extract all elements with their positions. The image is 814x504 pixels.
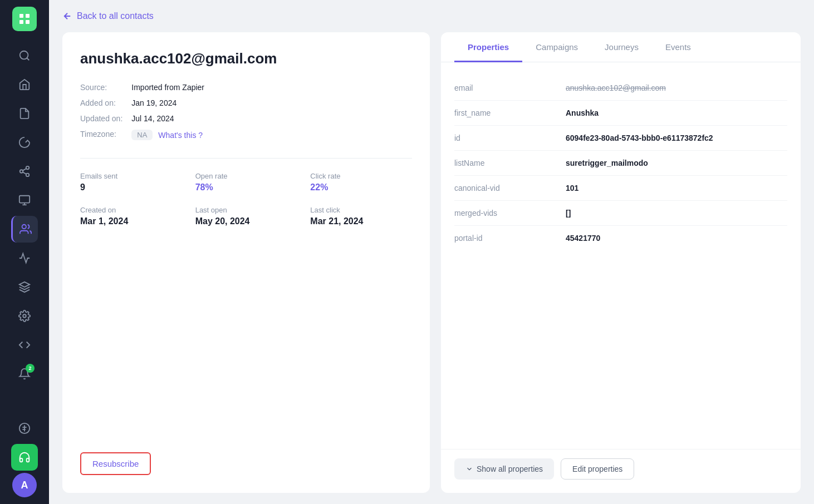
stat-last-click: Last click Mar 21, 2024 xyxy=(310,206,412,226)
back-to-contacts-link[interactable]: Back to all contacts xyxy=(62,11,801,21)
property-value-portal-id: 45421770 xyxy=(566,234,787,243)
edit-properties-button[interactable]: Edit properties xyxy=(561,458,634,480)
main-content: Back to all contacts anushka.acc102@gmai… xyxy=(49,0,814,504)
sidebar-item-share[interactable] xyxy=(11,158,38,185)
show-all-properties-button[interactable]: Show all properties xyxy=(454,458,554,480)
stats-grid: Emails sent 9 Open rate 78% Click rate 2… xyxy=(80,172,412,226)
sidebar-item-billing[interactable] xyxy=(11,415,38,442)
svg-point-14 xyxy=(23,314,26,318)
property-row-portal-id: portal-id 45421770 xyxy=(454,226,787,250)
updated-on-value: Jul 14, 2024 xyxy=(131,114,412,123)
contact-email: anushka.acc102@gmail.com xyxy=(80,50,412,67)
added-on-label: Added on: xyxy=(80,98,122,107)
section-divider xyxy=(80,158,412,159)
updated-on-label: Updated on: xyxy=(80,114,122,123)
property-value-email: anushka.acc102@gmail.com xyxy=(566,83,787,92)
stat-created-on-value: Mar 1, 2024 xyxy=(80,216,182,226)
property-row-merged-vids: merged-vids [] xyxy=(454,201,787,226)
properties-panel: Properties Campaigns Journeys Events ema… xyxy=(441,32,801,493)
svg-rect-2 xyxy=(19,20,23,24)
sidebar-item-monitor[interactable] xyxy=(11,187,38,214)
property-key-first-name: first_name xyxy=(454,108,566,117)
property-key-email: email xyxy=(454,83,566,92)
property-key-portal-id: portal-id xyxy=(454,234,566,243)
property-value-merged-vids: [] xyxy=(566,209,787,218)
sidebar-item-home[interactable] xyxy=(11,71,38,98)
stat-last-open-label: Last open xyxy=(195,206,297,214)
sidebar: 2 A xyxy=(0,0,49,504)
stat-created-on-label: Created on xyxy=(80,206,182,214)
tab-journeys[interactable]: Journeys xyxy=(591,32,652,62)
resubscribe-button[interactable]: Resubscribe xyxy=(80,452,151,475)
whats-this-link[interactable]: What's this ? xyxy=(158,131,203,140)
sidebar-item-settings[interactable] xyxy=(11,303,38,329)
property-value-id: 6094fe23-80ad-5743-bbb0-e61173872fc2 xyxy=(566,134,787,142)
stat-click-rate-value: 22% xyxy=(310,182,412,192)
svg-rect-0 xyxy=(19,14,23,18)
sidebar-item-contacts[interactable] xyxy=(11,216,38,243)
tab-properties[interactable]: Properties xyxy=(454,32,522,62)
stat-open-rate-value: 78% xyxy=(195,182,297,192)
property-row-canonical-vid: canonical-vid 101 xyxy=(454,176,787,201)
notification-badge: 2 xyxy=(26,364,35,373)
property-key-id: id xyxy=(454,134,566,142)
property-value-list-name: suretrigger_mailmodo xyxy=(566,159,787,167)
property-row-first-name: first_name Anushka xyxy=(454,101,787,126)
stat-last-open-value: May 20, 2024 xyxy=(195,216,297,226)
stat-open-rate-label: Open rate xyxy=(195,172,297,180)
property-row-list-name: listName suretrigger_mailmodo xyxy=(454,151,787,176)
stat-last-click-label: Last click xyxy=(310,206,412,214)
property-key-merged-vids: merged-vids xyxy=(454,209,566,218)
sidebar-item-campaigns[interactable] xyxy=(11,129,38,156)
show-all-label: Show all properties xyxy=(477,465,543,473)
stat-open-rate: Open rate 78% xyxy=(195,172,297,192)
tab-events[interactable]: Events xyxy=(652,32,704,62)
svg-point-5 xyxy=(26,166,30,170)
sidebar-item-documents[interactable] xyxy=(11,100,38,127)
timezone-container: NA What's this ? xyxy=(131,130,412,140)
stat-click-rate: Click rate 22% xyxy=(310,172,412,192)
timezone-na-badge: NA xyxy=(131,130,153,140)
contact-detail-card: anushka.acc102@gmail.com Source: Importe… xyxy=(62,32,430,493)
back-link-text: Back to all contacts xyxy=(77,11,154,21)
sidebar-item-automations[interactable] xyxy=(11,274,38,300)
svg-point-7 xyxy=(26,174,30,177)
user-avatar[interactable]: A xyxy=(12,473,37,497)
back-arrow-icon xyxy=(62,11,72,21)
property-value-canonical-vid: 101 xyxy=(566,184,787,192)
sidebar-item-support[interactable] xyxy=(11,444,38,471)
stat-emails-sent-value: 9 xyxy=(80,182,182,192)
svg-rect-1 xyxy=(26,14,30,18)
property-row-email: email anushka.acc102@gmail.com xyxy=(454,76,787,101)
properties-actions: Show all properties Edit properties xyxy=(441,449,801,493)
chevron-down-icon xyxy=(465,465,473,473)
source-value: Imported from Zapier xyxy=(131,83,412,92)
svg-line-9 xyxy=(23,169,26,171)
stat-created-on: Created on Mar 1, 2024 xyxy=(80,206,182,226)
source-label: Source: xyxy=(80,83,122,92)
timezone-label: Timezone: xyxy=(80,130,122,140)
svg-point-13 xyxy=(22,225,26,229)
property-key-list-name: listName xyxy=(454,159,566,167)
svg-point-4 xyxy=(20,51,28,60)
svg-point-6 xyxy=(20,170,23,173)
stat-emails-sent-label: Emails sent xyxy=(80,172,182,180)
property-value-first-name: Anushka xyxy=(566,108,787,117)
tabs-row: Properties Campaigns Journeys Events xyxy=(441,32,801,62)
stat-emails-sent: Emails sent 9 xyxy=(80,172,182,192)
property-key-canonical-vid: canonical-vid xyxy=(454,184,566,192)
svg-line-8 xyxy=(23,172,26,174)
added-on-value: Jan 19, 2024 xyxy=(131,98,412,107)
sidebar-item-search[interactable] xyxy=(11,42,38,69)
svg-rect-10 xyxy=(19,196,30,203)
properties-list: email anushka.acc102@gmail.com first_nam… xyxy=(441,62,801,449)
app-logo[interactable] xyxy=(12,7,37,31)
contact-info-grid: Source: Imported from Zapier Added on: J… xyxy=(80,83,412,140)
tab-campaigns[interactable]: Campaigns xyxy=(522,32,591,62)
stat-last-open: Last open May 20, 2024 xyxy=(195,206,297,226)
sidebar-item-analytics[interactable] xyxy=(11,245,38,271)
sidebar-item-notifications[interactable]: 2 xyxy=(11,360,38,387)
sidebar-item-code[interactable] xyxy=(11,332,38,358)
property-row-id: id 6094fe23-80ad-5743-bbb0-e61173872fc2 xyxy=(454,126,787,151)
sidebar-bottom: A xyxy=(11,415,38,497)
